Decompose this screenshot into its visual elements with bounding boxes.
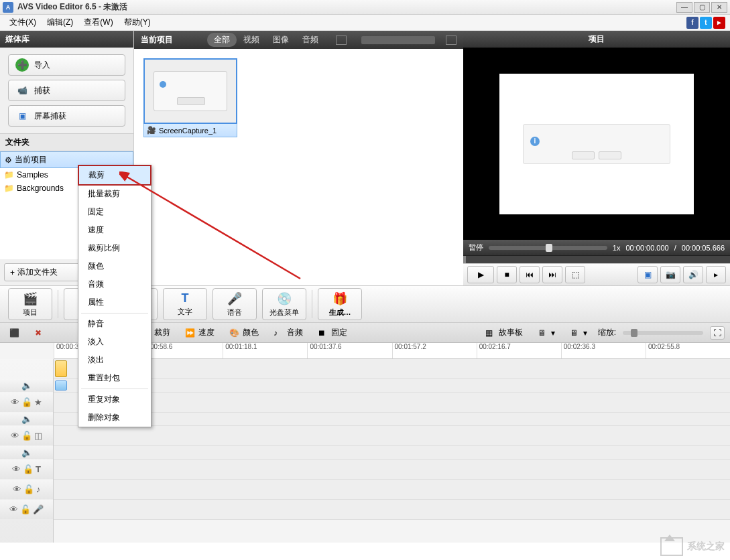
tl-delete[interactable]: ✖ <box>31 327 50 339</box>
youtube-icon[interactable]: ► <box>713 17 725 29</box>
settings-button[interactable]: ▸ <box>706 266 726 283</box>
tl-preview1[interactable]: 🖥▾ <box>534 327 559 339</box>
video-track-body[interactable] <box>54 359 730 378</box>
text-track: 👁🔓T <box>0 460 730 480</box>
speaker-icon: 🔈 <box>21 447 32 458</box>
menu-edit[interactable]: 编辑(Z) <box>42 17 78 28</box>
next-frame-button[interactable]: ⏭ <box>542 266 562 283</box>
tool-project[interactable]: 🎬项目 <box>8 288 52 320</box>
media-thumbnail[interactable]: 🎥ScreenCapture_1 <box>143 58 237 137</box>
ruler-tick: 00:01:18.1 <box>223 343 307 358</box>
context-menu-item[interactable]: 静音 <box>78 315 151 333</box>
context-menu-item[interactable]: 裁剪比例 <box>78 239 151 257</box>
screen-capture-button[interactable]: ▣屏幕捕获 <box>8 105 125 127</box>
tab-audio[interactable]: 音频 <box>296 33 325 47</box>
mic-icon: 🎤 <box>227 291 242 306</box>
context-menu-item[interactable]: 颜色 <box>78 257 151 275</box>
capture-button[interactable]: 📹捕获 <box>8 80 125 101</box>
maximize-button[interactable]: ▢ <box>694 2 710 13</box>
center-header: 当前项目 全部 视频 图像 音频 <box>134 31 463 49</box>
tl-audio[interactable]: ♪音频 <box>269 326 307 340</box>
fit-button[interactable]: ⛶ <box>710 326 725 340</box>
close-button[interactable]: ✕ <box>711 2 727 13</box>
timeline-ruler[interactable]: 00:00:39.000:00:58.600:01:18.100:01:37.6… <box>54 343 730 359</box>
context-menu-item[interactable]: 属性 <box>78 293 151 311</box>
tab-video[interactable]: 视频 <box>237 33 266 47</box>
view-small-icon[interactable] <box>336 36 347 45</box>
tl-speed[interactable]: ⏩速度 <box>181 326 219 340</box>
audio-clip[interactable] <box>55 380 67 391</box>
tl-preview2[interactable]: 🖥▾ <box>566 327 591 339</box>
context-menu-item[interactable]: 批量裁剪 <box>78 185 151 203</box>
lock-icon: 🔓 <box>23 484 34 494</box>
speed-slider[interactable] <box>489 246 607 250</box>
fullscreen-button[interactable]: ▣ <box>637 266 658 283</box>
time-total: 00:00:05.666 <box>682 244 725 252</box>
tl-stabilize[interactable]: ⏹固定 <box>314 326 351 340</box>
audio-icon: ♪ <box>273 328 284 338</box>
context-menu-item[interactable]: 重复对象 <box>78 391 151 409</box>
menubar: 文件(X) 编辑(Z) 查看(W) 帮助(Y) f t ► <box>0 15 730 31</box>
context-menu-item[interactable]: 淡入 <box>78 333 151 351</box>
video-clip[interactable] <box>55 360 67 377</box>
tool-produce[interactable]: 🎁生成… <box>318 288 362 320</box>
folder-label: 当前项目 <box>15 154 47 165</box>
tl-storyboard[interactable]: ▦故事板 <box>481 326 527 340</box>
capture-label: 捕获 <box>34 85 50 96</box>
plus-icon: ➕ <box>15 58 29 72</box>
lock-icon: 🔓 <box>21 397 32 407</box>
menu-view[interactable]: 查看(W) <box>78 17 118 28</box>
twitter-icon[interactable]: t <box>700 17 712 29</box>
add-folder-label: 添加文件夹 <box>17 267 58 278</box>
menu-file[interactable]: 文件(X) <box>4 17 42 28</box>
monitor-icon: 🖥 <box>538 328 548 338</box>
screen-icon: ▣ <box>15 109 29 123</box>
camera-icon: 📹 <box>15 84 29 97</box>
volume-button[interactable]: 🔊 <box>683 266 703 283</box>
media-library-header: 媒体库 <box>0 31 133 48</box>
context-menu-item[interactable]: 删除对象 <box>78 409 151 427</box>
context-menu-item[interactable]: 速度 <box>78 221 151 239</box>
tl-color[interactable]: 🎨颜色 <box>225 326 263 340</box>
center-panel: 当前项目 全部 视频 图像 音频 🎥ScreenCapture_1 <box>134 31 463 285</box>
zoom-label: 缩放: <box>598 327 616 338</box>
tab-all[interactable]: 全部 <box>207 33 237 47</box>
minimize-button[interactable]: — <box>676 2 692 13</box>
facebook-icon[interactable]: f <box>686 17 698 29</box>
tool-disc-menu[interactable]: 💿光盘菜单 <box>262 288 306 320</box>
view-large-icon[interactable] <box>446 36 457 45</box>
mic-icon: 🎤 <box>33 504 44 514</box>
music-icon: ♪ <box>36 484 41 494</box>
context-menu-item[interactable]: 裁剪 <box>78 165 151 185</box>
app-icon: A <box>3 2 13 13</box>
lock-icon: 🔓 <box>20 504 31 514</box>
play-button[interactable]: ▶ <box>467 266 494 283</box>
snapshot-button[interactable]: 📷 <box>660 266 680 283</box>
lock-icon: ⏹ <box>318 328 328 338</box>
tab-image[interactable]: 图像 <box>266 33 296 47</box>
ruler-tick: 00:02:16.7 <box>477 343 561 358</box>
window-title: AVS Video Editor 6.5 - 未激活 <box>17 1 676 13</box>
split-button[interactable]: ⬚ <box>565 266 585 283</box>
context-menu-item[interactable]: 音频 <box>78 275 151 293</box>
tool-text[interactable]: T文字 <box>163 288 207 320</box>
stop-button[interactable]: ■ <box>497 266 517 283</box>
menu-help[interactable]: 帮助(Y) <box>119 17 156 28</box>
thumbnail-name: ScreenCapture_1 <box>159 127 217 135</box>
import-button[interactable]: ➕导入 <box>8 54 125 76</box>
clapper-icon: 🎬 <box>23 291 38 306</box>
eye-icon: 👁 <box>9 504 18 514</box>
context-menu-item[interactable]: 淡出 <box>78 351 151 369</box>
prev-frame-button[interactable]: ⏮ <box>520 266 540 283</box>
tool-voice[interactable]: 🎤语音 <box>212 288 257 320</box>
zoom-slider[interactable] <box>623 331 703 335</box>
context-menu-item[interactable]: 固定 <box>78 203 151 221</box>
preview-header: 项目 <box>463 31 730 48</box>
eye-icon: 👁 <box>13 484 21 494</box>
context-menu-item[interactable]: 重置封包 <box>78 369 151 387</box>
preview-panel: 项目 暂停 1x 00:00:00.000 / 00:00:05.666 ▶ ■… <box>463 31 730 285</box>
thumbnail-size-slider[interactable] <box>361 36 435 44</box>
tl-btn-1[interactable]: ⬛ <box>5 327 24 339</box>
status-label: 暂停 <box>469 242 483 253</box>
seek-bar[interactable] <box>463 255 730 263</box>
